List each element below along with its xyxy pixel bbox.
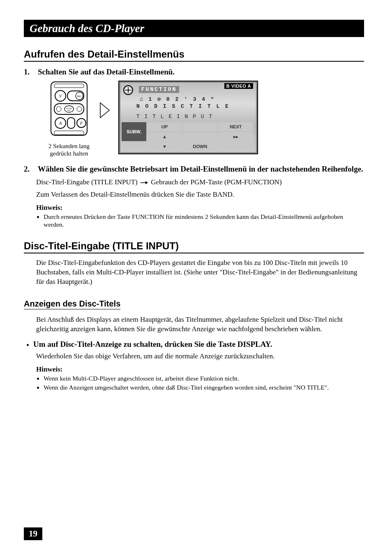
chapter-title-bar: Gebrauch des CD-Player <box>24 20 364 37</box>
hinweis-label-2: Hinweis: <box>36 365 364 374</box>
btn-a-label: A <box>59 121 62 125</box>
softkey-up-label: UP <box>147 122 182 131</box>
bullet-icon: • <box>26 340 29 349</box>
chapter-title: Gebrauch des CD-Player <box>30 22 144 35</box>
svg-rect-11 <box>67 118 75 128</box>
step-2-text: Wählen Sie die gewünschte Betriebsart im… <box>38 165 363 174</box>
disc-title-body: Bei Anschluß des Displays an einem Haupt… <box>36 315 364 334</box>
title-input-body: Die Disc-Titel-Eingabefunktion des CD-Pl… <box>36 258 364 287</box>
hinweis-list-1: Durch erneutes Drücken der Taste FUNCTIO… <box>44 213 364 229</box>
softkey-down-label: DOWN <box>183 142 218 151</box>
lcd-screen-figure: B VIDEO A FUNCTION ♫ 1 ⊙ 0 2 ' 3 4 " N O… <box>118 81 258 154</box>
softkey-next-arrow: ▸▸ <box>218 132 253 141</box>
hinweis-item: Wenn kein Multi-CD-Player angeschlossen … <box>44 374 364 383</box>
step-1: 1. Schalten Sie auf das Detail-Einstellm… <box>24 67 364 77</box>
subheading-disc-title-display: Anzeigen des Disc-Titels <box>24 299 120 309</box>
section-heading-detail-menu: Aufrufen des Detail-Einstellmenüs <box>24 49 364 62</box>
step-1-text: Schalten Sie auf das Detail-Einstellmenü… <box>38 67 175 77</box>
display-instruction: • Um auf Disc-Titel-Anzeige zu schalten,… <box>26 340 364 349</box>
svg-point-6 <box>56 107 61 111</box>
arrow-right-icon <box>141 178 148 188</box>
btn-v-label: V <box>59 93 62 98</box>
screen-track-line: ♫ 1 ⊙ 0 2 ' 3 4 " <box>140 96 253 102</box>
screen-no-disc-title: N O D I S C T I T L E <box>136 103 253 109</box>
screen-softkeys: SUBW. UP NEXT ▲ ▸▸ <box>122 122 253 141</box>
hinweis-item: Wenn die Anzeigen umgeschaltet werden, o… <box>44 383 364 392</box>
softkey-next-label: NEXT <box>218 122 253 131</box>
softkey-subw: SUBW. <box>122 122 146 141</box>
hinweis-label-1: Hinweis: <box>36 204 364 212</box>
remote-control-figure: V SRC BAND ESC A F 2 Sekunden lang gedrü… <box>47 81 91 157</box>
svg-marker-16 <box>145 181 148 184</box>
remote-control-icon: V SRC BAND ESC A F <box>48 81 90 138</box>
svg-point-7 <box>77 107 82 111</box>
screen-badge: B VIDEO A <box>224 83 253 89</box>
section-heading-title-input: Disc-Titel-Eingabe (TITLE INPUT) <box>24 240 364 253</box>
step-2-number: 2. <box>24 165 34 174</box>
svg-text:ESC: ESC <box>67 109 71 111</box>
softkey-down-arrow: ▼ <box>147 142 182 151</box>
screen-function-label: FUNCTION <box>139 86 179 93</box>
screen-title-input: T I T L E I N P U T <box>136 114 253 120</box>
hinweis-list-2: Wenn kein Multi-CD-Player angeschlossen … <box>44 374 364 392</box>
arrow-icon <box>99 81 111 118</box>
mode-sequence: Disc-Titel-Eingabe (TITLE INPUT) Gebrauc… <box>36 178 364 188</box>
remote-caption: 2 Sekunden lang gedrückt halten <box>47 142 91 157</box>
hinweis-item: Durch erneutes Drücken der Taste FUNCTIO… <box>44 213 364 229</box>
btn-src-label: SRC <box>76 95 82 98</box>
softkey-up-arrow: ▲ <box>147 132 182 141</box>
step-1-number: 1. <box>24 67 34 77</box>
svg-rect-13 <box>54 131 84 135</box>
repeat-instruction: Wiederholen Sie das obige Verfahren, um … <box>36 352 364 361</box>
display-instruction-text: Um auf Disc-Titel-Anzeige zu schalten, d… <box>33 340 272 349</box>
figure-row: V SRC BAND ESC A F 2 Sekunden lang gedrü… <box>47 81 364 157</box>
globe-icon <box>123 85 133 95</box>
exit-instruction: Zum Verlassen des Detail-Einstellmenüs d… <box>36 190 364 200</box>
svg-rect-1 <box>54 84 84 88</box>
btn-f-label: F <box>80 121 83 125</box>
svg-marker-14 <box>100 103 109 118</box>
step-2: 2. Wählen Sie die gewünschte Betriebsart… <box>24 165 364 174</box>
